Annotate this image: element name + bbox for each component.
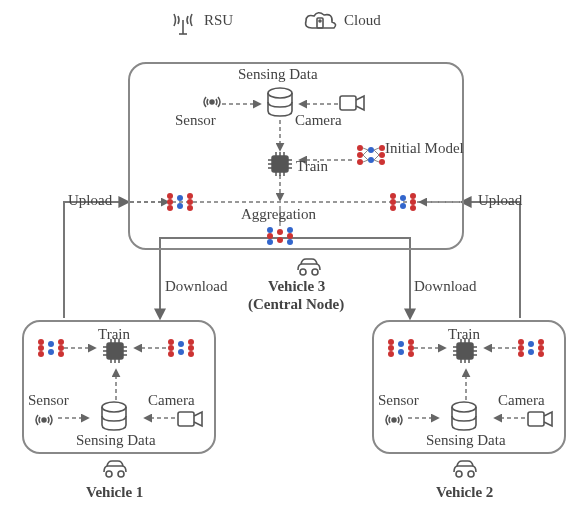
camera-icon [526,408,554,430]
svg-point-89 [168,339,174,345]
svg-rect-112 [178,412,194,426]
svg-point-77 [287,233,293,239]
nn-icon [165,190,195,214]
vehicle2-label: Vehicle 2 [436,484,493,501]
svg-point-41 [357,159,363,165]
svg-point-145 [452,402,476,412]
svg-point-110 [42,418,46,422]
svg-point-113 [106,471,112,477]
svg-point-121 [408,345,414,351]
svg-point-120 [408,339,414,345]
central-aggregation-label: Aggregation [241,206,316,223]
svg-point-63 [390,193,396,199]
cloud-icon [300,8,340,36]
svg-point-128 [538,339,544,345]
svg-point-75 [277,237,283,243]
svg-line-47 [363,148,368,150]
svg-point-80 [312,269,318,275]
vehicle3-label: Vehicle 3 [268,278,325,295]
car-icon [294,254,324,278]
svg-point-72 [267,233,273,239]
rsu-icon [168,8,198,36]
svg-point-83 [38,351,44,357]
svg-line-48 [363,150,368,155]
nn-icon [36,336,66,360]
svg-point-78 [287,239,293,245]
svg-point-46 [379,159,385,165]
central-sensing-data: Sensing Data [238,66,318,83]
svg-point-129 [538,345,544,351]
svg-line-54 [374,160,379,162]
svg-point-147 [456,471,462,477]
database-icon [262,86,298,120]
upload-right-label: Upload [478,192,522,209]
download-left-label: Download [165,278,228,295]
chip-icon [452,338,478,364]
svg-point-69 [410,199,416,205]
v2-camera: Camera [498,392,545,409]
svg-point-65 [390,205,396,211]
nn-icon [388,190,418,214]
v1-camera: Camera [148,392,195,409]
svg-point-111 [102,402,126,412]
svg-point-126 [528,341,534,347]
svg-point-88 [58,351,64,357]
diagram-canvas: RSU Cloud Sensing Data Sensor Camera Tra… [0,0,572,512]
svg-point-84 [48,341,54,347]
nn-icon [516,336,546,360]
svg-point-70 [410,205,416,211]
svg-rect-131 [457,343,473,359]
svg-point-90 [168,345,174,351]
vehicle1-label: Vehicle 1 [86,484,143,501]
nn-icon-aggregated [265,224,295,248]
v1-sensor: Sensor [28,392,69,409]
svg-line-52 [374,150,379,155]
vehicle3-role: (Central Node) [248,296,344,313]
svg-point-118 [398,341,404,347]
car-icon [450,456,480,480]
svg-point-95 [188,345,194,351]
svg-point-71 [267,227,273,233]
camera-icon [338,92,366,114]
sensor-icon [382,408,406,432]
v2-sensing: Sensing Data [426,432,506,449]
svg-point-82 [38,345,44,351]
camera-icon [176,408,204,430]
svg-point-61 [187,199,193,205]
svg-line-50 [363,160,368,162]
svg-point-62 [187,205,193,211]
svg-line-51 [374,148,379,150]
svg-point-86 [58,339,64,345]
svg-line-49 [363,155,368,160]
svg-point-59 [177,203,183,209]
car-icon [100,456,130,480]
svg-point-125 [518,351,524,357]
chip-icon [102,338,128,364]
download-right-label: Download [414,278,477,295]
svg-point-76 [287,227,293,233]
svg-point-60 [187,193,193,199]
svg-point-85 [48,349,54,355]
svg-point-92 [178,341,184,347]
svg-point-119 [398,349,404,355]
chip-icon [266,150,294,178]
svg-point-39 [357,145,363,151]
svg-point-44 [379,145,385,151]
database-icon [446,400,482,434]
svg-rect-146 [528,412,544,426]
svg-point-93 [178,349,184,355]
svg-rect-25 [340,96,356,110]
svg-point-79 [300,269,306,275]
v1-sensing: Sensing Data [76,432,156,449]
svg-point-123 [518,339,524,345]
cloud-label: Cloud [344,12,381,29]
svg-point-40 [357,152,363,158]
svg-point-81 [38,339,44,345]
svg-point-116 [388,345,394,351]
svg-point-43 [368,157,374,163]
central-camera-label: Camera [295,112,342,129]
svg-point-45 [379,152,385,158]
svg-point-57 [167,205,173,211]
nn-icon [386,336,416,360]
svg-point-87 [58,345,64,351]
